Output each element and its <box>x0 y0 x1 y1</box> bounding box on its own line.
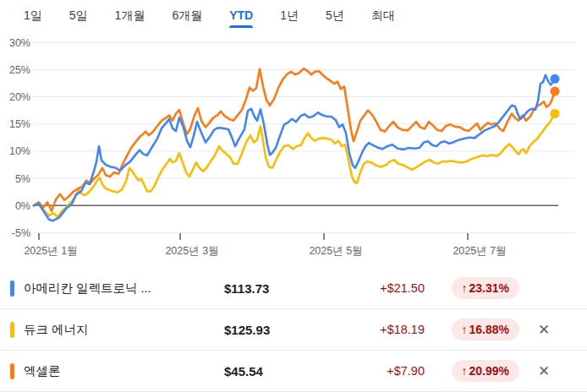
stock-change-badge-column: ↑20.99% <box>425 360 519 382</box>
y-axis-label: 25% <box>9 64 30 76</box>
stock-change-percent: 23.31% <box>469 281 509 295</box>
chart-area: 30%25%20%15%10%5%0%-5%2025년 1월2025년 3월20… <box>0 34 587 260</box>
time-range-tab-최대[interactable]: 최대 <box>371 8 395 22</box>
x-axis-label: 2025년 1월 <box>24 245 77 257</box>
close-icon[interactable]: ✕ <box>534 361 554 381</box>
time-range-tab-6개월[interactable]: 6개월 <box>172 8 202 22</box>
time-range-tab-5년[interactable]: 5년 <box>326 8 344 22</box>
close-icon[interactable]: ✕ <box>534 319 554 340</box>
stock-name: 엑셀론 <box>24 363 224 379</box>
time-range-tabs: 1일5일1개월6개월YTD1년5년최대 <box>0 0 587 34</box>
close-column: ✕ <box>519 361 568 381</box>
series-color-marker <box>10 322 14 338</box>
y-axis-label: 0% <box>15 200 30 212</box>
y-axis-label: -5% <box>12 227 30 239</box>
series-end-dot-1 <box>551 109 560 118</box>
stock-change-badge-column: ↑16.88% <box>425 318 519 340</box>
up-arrow-icon: ↑ <box>462 323 468 336</box>
stock-change-amount: +$21.50 <box>319 281 425 295</box>
up-arrow-icon: ↑ <box>462 281 468 295</box>
stock-change-percent: 20.99% <box>469 364 509 378</box>
stock-price: $45.54 <box>224 364 319 378</box>
series-end-dot-0 <box>551 74 560 84</box>
stock-change-percent-badge: ↑23.31% <box>452 277 519 299</box>
x-axis-label: 2025년 7월 <box>453 245 506 257</box>
stock-legend-list: 아메리칸 일렉트로닉 ... $113.73 +$21.50 ↑23.31% ✕… <box>0 260 587 392</box>
stock-change-percent-badge: ↑16.88% <box>452 318 519 340</box>
up-arrow-icon: ↑ <box>462 364 468 378</box>
stock-price: $125.93 <box>224 323 319 337</box>
stock-name: 아메리칸 일렉트로닉 ... <box>24 280 224 297</box>
legend-row[interactable]: 아메리칸 일렉트로닉 ... $113.73 +$21.50 ↑23.31% ✕ <box>0 268 587 309</box>
stock-change-badge-column: ↑23.31% <box>425 277 519 299</box>
time-range-tab-5일[interactable]: 5일 <box>69 8 88 22</box>
stock-price: $113.73 <box>224 281 319 296</box>
y-axis-label: 5% <box>15 173 30 185</box>
time-range-tab-1개월[interactable]: 1개월 <box>115 8 145 22</box>
x-axis-label: 2025년 5월 <box>309 245 362 257</box>
stock-name: 듀크 에너지 <box>24 322 224 338</box>
legend-row[interactable]: 듀크 에너지 $125.93 +$18.19 ↑16.88% ✕ <box>0 309 587 351</box>
series-line-1 <box>34 114 555 217</box>
y-axis-label: 10% <box>9 145 30 157</box>
y-axis-label: 20% <box>9 91 30 103</box>
series-color-marker <box>10 280 14 297</box>
series-color-marker <box>10 363 14 379</box>
close-column: ✕ <box>519 319 568 340</box>
time-range-tab-1년[interactable]: 1년 <box>280 8 299 22</box>
stock-change-amount: +$18.19 <box>319 323 425 336</box>
close-column: ✕ <box>519 278 568 298</box>
y-axis-label: 15% <box>9 118 30 130</box>
series-end-dot-2 <box>551 87 560 96</box>
y-axis-label: 30% <box>9 37 30 49</box>
legend-row[interactable]: 엑셀론 $45.54 +$7.90 ↑20.99% ✕ <box>0 351 587 392</box>
time-range-tab-1일[interactable]: 1일 <box>24 8 42 22</box>
stock-change-percent-badge: ↑20.99% <box>452 360 519 382</box>
price-chart[interactable]: 30%25%20%15%10%5%0%-5%2025년 1월2025년 3월20… <box>0 34 587 260</box>
stock-change-percent: 16.88% <box>469 323 509 336</box>
time-range-tab-YTD[interactable]: YTD <box>229 8 253 22</box>
series-line-2 <box>34 68 555 211</box>
x-axis-label: 2025년 3월 <box>165 245 218 257</box>
stock-change-amount: +$7.90 <box>319 364 425 378</box>
